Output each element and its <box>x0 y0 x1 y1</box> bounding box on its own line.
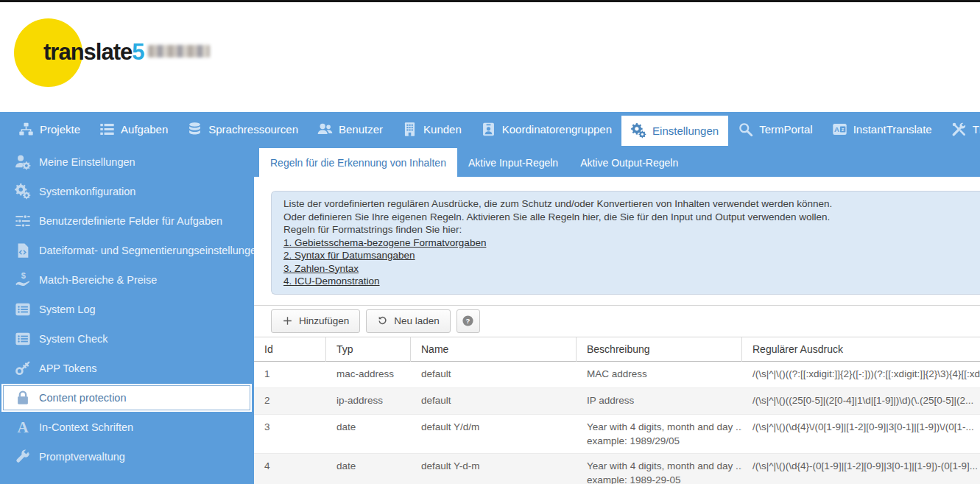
tab-regeln-erkennung[interactable]: Regeln für die Erkennung von Inhalten <box>259 148 457 177</box>
svg-text:?: ? <box>466 317 470 325</box>
main-navbar: Projekte Aufgaben Sprachressourcen Benut… <box>0 112 980 146</box>
cell-beschreibung: Year with 4 digits, month and day ...exa… <box>577 415 742 453</box>
nav-item-einstellungen[interactable]: Einstellungen <box>621 116 728 146</box>
cell-regex: /(\s|^|\()((?:[[:xdigit:]]{2}([-:]))(?:[… <box>742 362 980 387</box>
sidebar-label: Dateiformat- und Segmentierungseinstellu… <box>39 245 262 256</box>
sidebar-item-match-bereiche[interactable]: $Match-Bereiche & Preise <box>0 265 254 295</box>
sidebar-item-system-check[interactable]: System Check <box>0 324 254 354</box>
cell-beschreibung: Year with 4 digits, month and day ...exa… <box>577 454 742 484</box>
nav-item-koordinatorengruppen[interactable]: Koordinatorengruppen <box>471 112 621 146</box>
link-gebietsschema-formatvorgaben[interactable]: 1. Gebietsschema-bezogene Formatvorgaben <box>283 236 486 250</box>
desc-line2: example: 1989-29-05 <box>587 474 735 484</box>
list-icon <box>99 122 115 137</box>
database-icon <box>187 122 202 137</box>
sidebar-item-meine-einstellungen[interactable]: Meine Einstellungen <box>0 147 254 177</box>
column-header-id[interactable]: Id <box>254 337 326 362</box>
user-gear-icon <box>15 154 31 170</box>
cell-id: 3 <box>254 415 326 453</box>
nav-label: Sprachressourcen <box>208 123 298 136</box>
tab-label: Aktive Output-Regeln <box>580 157 678 169</box>
sidebar-item-in-context-schriften[interactable]: AIn-Context Schriften <box>0 413 254 442</box>
settings-sidebar: Meine Einstellungen Systemkonfiguration … <box>0 146 254 484</box>
blurred-username <box>148 45 210 57</box>
sidebar-item-content-protection[interactable]: Content protection <box>3 385 250 410</box>
add-button-label: Hinzufügen <box>299 315 349 326</box>
cell-regex: /(\s|^|\()((25[0-5]|(2[0-4]|1\d|[1-9]|)\… <box>742 388 980 414</box>
cell-regex: /(\s|^|\()(\d{4}-(0[1-9]|[1-2][0-9]|3[0-… <box>742 454 980 484</box>
desc-line2: example: 1989/29/05 <box>587 435 735 447</box>
translate5-logo: translate5 <box>43 39 144 66</box>
sidebar-item-benutzerdefinierte-felder[interactable]: Benutzerdefinierte Felder für Aufgaben <box>0 206 254 236</box>
gears-icon <box>631 123 646 138</box>
link-icu-demonstration[interactable]: 4. ICU-Demonstration <box>283 275 380 288</box>
cell-id: 2 <box>254 388 326 414</box>
cell-name: default <box>411 388 577 414</box>
column-header-regex[interactable]: Regulärer Ausdruck <box>742 337 980 362</box>
svg-text:A: A <box>17 419 29 435</box>
gears-icon <box>15 183 31 200</box>
cell-beschreibung: IP address <box>577 388 742 414</box>
link-zahlen-syntax[interactable]: 3. Zahlen-Syntax <box>283 262 359 276</box>
rules-table: Id Typ Name Beschreibung Regulärer Ausdr… <box>254 337 980 484</box>
nav-item-instanttranslate[interactable]: AzInstantTranslate <box>822 112 942 146</box>
sidebar-item-promptverwaltung[interactable]: Promptverwaltung <box>0 442 254 471</box>
sidebar-item-system-log[interactable]: System Log <box>0 295 254 324</box>
nav-item-sprachressourcen[interactable]: Sprachressourcen <box>177 112 308 146</box>
column-header-name[interactable]: Name <box>411 337 577 362</box>
nav-item-tmmaintenance[interactable]: TMMaintenance <box>942 112 980 146</box>
cell-regex: /(\s|^|\()(\d{4}\/(0[1-9]|[1-2][0-9]|3[0… <box>742 415 980 453</box>
nav-item-kunden[interactable]: Kunden <box>392 112 471 146</box>
svg-text:$: $ <box>21 272 26 280</box>
column-header-typ[interactable]: Typ <box>326 337 411 362</box>
lock-icon <box>15 390 31 406</box>
nav-item-benutzer[interactable]: Benutzer <box>308 112 392 146</box>
nav-item-aufgaben[interactable]: Aufgaben <box>90 112 177 146</box>
desc-line1: MAC address <box>587 368 735 380</box>
content-area: Regeln für die Erkennung von Inhalten Ak… <box>254 146 980 484</box>
help-button[interactable]: ? <box>456 309 480 333</box>
sidebar-label: Meine Einstellungen <box>39 156 135 168</box>
font-icon: A <box>15 419 31 435</box>
sidebar-item-dateiformat[interactable]: Dateiformat- und Segmentierungseinstellu… <box>0 236 254 265</box>
reload-button[interactable]: Neu laden <box>366 309 451 333</box>
table-row[interactable]: 1 mac-address default MAC address /(\s|^… <box>254 362 980 388</box>
nav-item-projekte[interactable]: Projekte <box>9 112 90 146</box>
sidebar-item-app-tokens[interactable]: APP Tokens <box>0 354 254 383</box>
key-icon <box>15 360 31 376</box>
nav-item-termportal[interactable]: TermPortal <box>728 112 822 146</box>
translate5-app-window: translate5 Projekte Aufgaben Sprachresso… <box>0 0 980 484</box>
desc-line1: Year with 4 digits, month and day ... <box>587 421 735 433</box>
info-line-2: Oder definieren Sie Ihre eigenen Regeln.… <box>283 211 968 224</box>
table-row[interactable]: 4 date default Y-d-m Year with 4 digits,… <box>254 454 980 484</box>
logo-brand-number: 5 <box>132 39 144 65</box>
info-line-1: Liste der vordefinierten regulären Ausdr… <box>283 197 968 211</box>
table-row[interactable]: 2 ip-address default IP address /(\s|^|\… <box>254 388 980 415</box>
reload-icon <box>377 315 388 326</box>
sidebar-label: Systemkonfiguration <box>39 186 135 197</box>
sidebar-item-systemkonfiguration[interactable]: Systemkonfiguration <box>0 177 254 206</box>
add-button[interactable]: Hinzufügen <box>271 309 360 333</box>
grid-toolbar: Hinzufügen Neu laden ? <box>254 305 980 337</box>
info-box: Liste der vordefinierten regulären Ausdr… <box>271 191 980 295</box>
cell-id: 1 <box>254 362 326 387</box>
column-header-beschreibung[interactable]: Beschreibung <box>577 337 742 362</box>
sidebar-label: System Check <box>39 333 107 345</box>
translate-icon: Az <box>832 122 847 137</box>
cell-beschreibung: MAC address <box>577 362 742 387</box>
sidebar-label: APP Tokens <box>39 362 96 374</box>
users-icon <box>317 122 333 137</box>
cell-name: default Y-d-m <box>411 454 577 484</box>
wrench-icon <box>15 449 31 465</box>
nav-label: Kunden <box>423 123 462 136</box>
search-icon <box>738 122 753 137</box>
sitemap-icon <box>18 122 34 137</box>
tab-label: Aktive Input-Regeln <box>468 157 558 169</box>
tab-aktive-input-regeln[interactable]: Aktive Input-Regeln <box>457 148 569 177</box>
hand-dollar-icon: $ <box>15 272 31 288</box>
svg-text:z: z <box>842 125 845 132</box>
table-row[interactable]: 3 date default Y/d/m Year with 4 digits,… <box>254 415 980 454</box>
tab-aktive-output-regeln[interactable]: Aktive Output-Regeln <box>569 148 689 177</box>
link-syntax-datumsangaben[interactable]: 2. Syntax für Datumsangaben <box>283 249 415 262</box>
cell-typ: mac-address <box>326 362 411 387</box>
tab-bar: Regeln für die Erkennung von Inhalten Ak… <box>254 146 980 177</box>
